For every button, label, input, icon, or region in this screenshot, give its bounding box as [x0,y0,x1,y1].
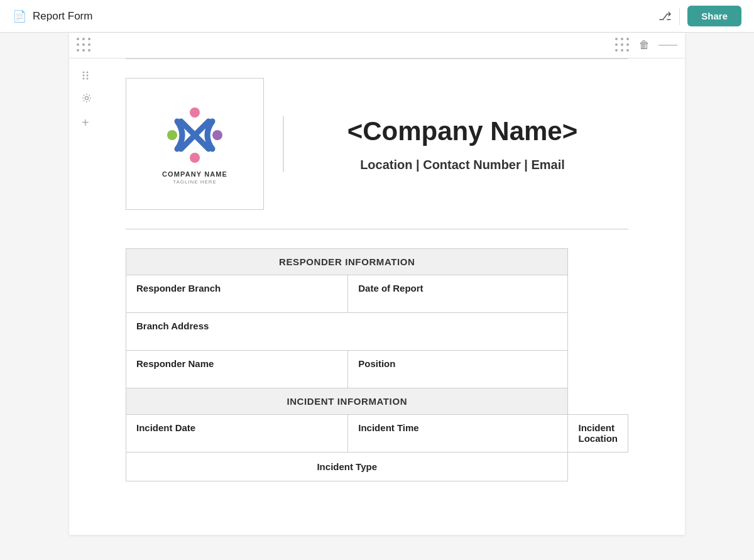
responder-branch-row: Responder Branch Date of Report [126,275,628,313]
line-icon [658,45,677,46]
svg-point-2 [83,75,85,77]
header-section: COMPANY NAME TAGLINE HERE <Company Name>… [126,78,628,210]
svg-point-0 [83,72,85,74]
branch-address-row: Branch Address [126,313,628,351]
incident-date-label: Incident Date [126,415,348,453]
company-tagline: TAGLINE HERE [173,179,217,185]
svg-point-7 [190,107,200,118]
company-logo-svg [163,104,226,167]
share-button[interactable]: Share [687,6,741,26]
logo-svg-wrap: COMPANY NAME TAGLINE HERE [162,104,227,185]
incident-date-row: Incident Date Incident Time Incident Loc… [126,415,628,453]
responder-name-row: Responder Name Position [126,351,628,388]
logo-box: COMPANY NAME TAGLINE HERE [126,78,264,210]
incident-section-header: INCIDENT INFORMATION [126,388,568,415]
svg-point-4 [83,78,85,80]
company-logo-label: COMPANY NAME [162,170,227,178]
svg-point-3 [87,75,89,77]
position-label: Position [348,351,568,388]
grid-icon[interactable] [615,38,630,53]
page-content: COMPANY NAME TAGLINE HERE <Company Name>… [69,58,685,507]
incident-type-row: Incident Type [126,453,628,481]
add-icon[interactable]: + [82,116,92,130]
toolbar-right: ⎇ Share [658,6,741,26]
section-divider [126,229,628,229]
page: 🗑 + [69,33,685,535]
page-drag-handle[interactable] [77,38,92,53]
company-info: <Company Name> Location | Contact Number… [283,116,628,172]
toolbar: 📄 Report Form ⎇ Share [0,0,754,33]
settings-icon[interactable] [82,93,92,106]
svg-point-9 [167,130,177,140]
responder-branch-label: Responder Branch [126,275,348,313]
toolbar-divider [679,8,680,25]
branch-address-label: Branch Address [126,313,568,351]
canvas-area: 🗑 + [0,33,754,560]
svg-point-10 [212,130,222,140]
responder-name-label: Responder Name [126,351,348,388]
document-icon: 📄 [13,9,26,23]
trash-icon[interactable]: 🗑 [639,39,650,52]
incident-location-label: Incident Location [568,415,628,453]
incident-type-label: Incident Type [126,453,568,481]
company-name: <Company Name> [347,116,577,146]
top-divider [126,58,628,59]
responder-header-row: RESPONDER INFORMATION [126,249,628,275]
toolbar-title: Report Form [33,10,92,23]
incident-time-label: Incident Time [348,415,568,453]
svg-point-1 [87,72,89,74]
svg-point-5 [87,78,89,80]
company-details: Location | Contact Number | Email [360,158,565,172]
form-table: RESPONDER INFORMATION Responder Branch D… [126,248,628,481]
date-of-report-label: Date of Report [348,275,568,313]
responder-section-header: RESPONDER INFORMATION [126,249,568,275]
drag-dots-icon[interactable] [82,70,92,83]
page-toolbar-strip: 🗑 [69,33,685,58]
svg-point-6 [85,97,89,100]
incident-header-row: INCIDENT INFORMATION [126,388,628,415]
svg-point-8 [190,153,200,163]
tag-icon[interactable]: ⎇ [658,9,672,23]
toolbar-left: 📄 Report Form [13,9,92,23]
page-toolbar-right: 🗑 [615,38,677,53]
left-sidebar: + [82,70,92,130]
